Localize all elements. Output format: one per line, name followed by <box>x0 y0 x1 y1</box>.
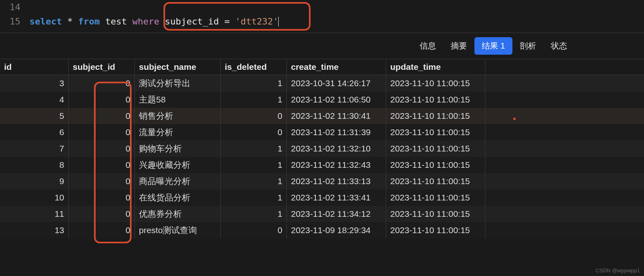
column-header-create_time[interactable]: create_time <box>287 59 386 75</box>
cell-create_time[interactable]: 2023-11-02 11:32:43 <box>287 157 386 173</box>
cell-is_deleted[interactable]: 1 <box>221 91 287 108</box>
cell-create_time[interactable]: 2023-11-02 11:33:13 <box>287 173 386 189</box>
cell-update_time[interactable]: 2023-11-10 11:00:15 <box>386 75 485 91</box>
sql-token: select <box>29 16 62 27</box>
cell-update_time[interactable]: 2023-11-10 11:00:15 <box>386 91 485 108</box>
sql-token: from <box>78 16 100 27</box>
cell-subject_id[interactable]: 0 <box>69 75 135 91</box>
table-row[interactable]: 90商品曝光分析12023-11-02 11:33:132023-11-10 1… <box>0 173 644 189</box>
cell-id[interactable]: 13 <box>0 222 69 238</box>
cell-update_time[interactable]: 2023-11-10 11:00:15 <box>386 173 485 189</box>
tab-1[interactable]: 摘要 <box>443 37 474 55</box>
cell-subject_id[interactable]: 0 <box>69 157 135 173</box>
cell-subject_id[interactable]: 0 <box>69 124 135 140</box>
cell-create_time[interactable]: 2023-11-02 11:33:41 <box>287 189 386 206</box>
table-row[interactable]: 60流量分析02023-11-02 11:31:392023-11-10 11:… <box>0 124 644 140</box>
cell-is_deleted[interactable]: 0 <box>221 108 287 124</box>
cell-subject_id[interactable]: 0 <box>69 222 135 238</box>
tab-4[interactable]: 状态 <box>543 37 575 55</box>
sql-token <box>100 16 105 27</box>
column-header-subject_id[interactable]: subject_id <box>69 59 135 75</box>
cell-id[interactable]: 6 <box>0 124 69 140</box>
cell-create_time[interactable]: 2023-11-02 11:30:41 <box>287 108 386 124</box>
tab-3[interactable]: 剖析 <box>512 37 543 55</box>
cell-is_deleted[interactable]: 1 <box>221 75 287 91</box>
sql-token: = <box>224 16 230 27</box>
column-header-subject_name[interactable]: subject_name <box>135 59 221 75</box>
cell-id[interactable]: 3 <box>0 75 69 91</box>
sql-token <box>230 16 235 27</box>
line-number: 15 <box>0 16 29 27</box>
cell-update_time[interactable]: 2023-11-10 11:00:15 <box>386 140 485 157</box>
column-header-is_deleted[interactable]: is_deleted <box>221 59 287 75</box>
cell-id[interactable]: 8 <box>0 157 69 173</box>
cell-update_time[interactable]: 2023-11-10 11:00:15 <box>386 108 485 124</box>
table-row[interactable]: 40主题5812023-11-02 11:06:502023-11-10 11:… <box>0 91 644 108</box>
cell-update_time[interactable]: 2023-11-10 11:00:15 <box>386 189 485 206</box>
sql-token: * <box>67 16 73 27</box>
sql-token: 'dtt232' <box>235 16 278 27</box>
tab-2[interactable]: 结果 1 <box>474 37 512 55</box>
cell-update_time[interactable]: 2023-11-10 11:00:15 <box>386 124 485 140</box>
table-row[interactable]: 80兴趣收藏分析12023-11-02 11:32:432023-11-10 1… <box>0 157 644 173</box>
table-row[interactable]: 130presto测试查询02023-11-09 18:29:342023-11… <box>0 222 644 238</box>
cell-create_time[interactable]: 2023-11-02 11:31:39 <box>287 124 386 140</box>
cell-create_time[interactable]: 2023-11-02 11:34:12 <box>287 206 386 222</box>
sql-token <box>62 16 67 27</box>
cell-create_time[interactable]: 2023-11-02 11:06:50 <box>287 91 386 108</box>
cell-subject_name[interactable]: 在线货品分析 <box>135 189 221 206</box>
cell-id[interactable]: 5 <box>0 108 69 124</box>
cell-create_time[interactable]: 2023-11-02 11:32:10 <box>287 140 386 157</box>
cell-subject_id[interactable]: 0 <box>69 140 135 157</box>
header-row: idsubject_idsubject_nameis_deletedcreate… <box>0 59 644 75</box>
cell-is_deleted[interactable]: 1 <box>221 157 287 173</box>
editor-line: 15 select * from test where subject_id =… <box>0 14 644 29</box>
table-row[interactable]: 100在线货品分析12023-11-02 11:33:412023-11-10 … <box>0 189 644 206</box>
cell-id[interactable]: 4 <box>0 91 69 108</box>
cell-subject_name[interactable]: 商品曝光分析 <box>135 173 221 189</box>
column-header-update_time[interactable]: update_time <box>386 59 485 75</box>
cell-id[interactable]: 9 <box>0 173 69 189</box>
table-row[interactable]: 70购物车分析12023-11-02 11:32:102023-11-10 11… <box>0 140 644 157</box>
cell-subject_id[interactable]: 0 <box>69 206 135 222</box>
cell-create_time[interactable]: 2023-11-09 18:29:34 <box>287 222 386 238</box>
cell-subject_name[interactable]: 优惠券分析 <box>135 206 221 222</box>
cell-subject_id[interactable]: 0 <box>69 108 135 124</box>
cell-update_time[interactable]: 2023-11-10 11:00:15 <box>386 157 485 173</box>
cell-subject_id[interactable]: 0 <box>69 173 135 189</box>
table-row[interactable]: 30测试分析导出12023-10-31 14:26:172023-11-10 1… <box>0 75 644 91</box>
cell-update_time[interactable]: 2023-11-10 11:00:15 <box>386 206 485 222</box>
column-header-id[interactable]: id <box>0 59 69 75</box>
table-row[interactable]: 50销售分析02023-11-02 11:30:412023-11-10 11:… <box>0 108 644 124</box>
cell-create_time[interactable]: 2023-10-31 14:26:17 <box>287 75 386 91</box>
editor-line: 14 <box>0 0 644 14</box>
result-grid[interactable]: idsubject_idsubject_nameis_deletedcreate… <box>0 59 644 238</box>
cell-is_deleted[interactable]: 1 <box>221 140 287 157</box>
cell-subject_id[interactable]: 0 <box>69 189 135 206</box>
cell-is_deleted[interactable]: 1 <box>221 173 287 189</box>
table-row[interactable]: 110优惠券分析12023-11-02 11:34:122023-11-10 1… <box>0 206 644 222</box>
cell-is_deleted[interactable]: 0 <box>221 124 287 140</box>
cell-subject_name[interactable]: 购物车分析 <box>135 140 221 157</box>
cell-subject_name[interactable]: 主题58 <box>135 91 221 108</box>
sql-token: test <box>105 16 132 27</box>
cell-id[interactable]: 11 <box>0 206 69 222</box>
watermark-text: CSDN @wppwpp1 <box>595 267 640 274</box>
cell-subject_name[interactable]: 兴趣收藏分析 <box>135 157 221 173</box>
tab-0[interactable]: 信息 <box>412 37 443 55</box>
text-cursor <box>278 17 279 27</box>
cell-subject_name[interactable]: 测试分析导出 <box>135 75 221 91</box>
cell-is_deleted[interactable]: 1 <box>221 206 287 222</box>
cell-subject_name[interactable]: 流量分析 <box>135 124 221 140</box>
cell-subject_id[interactable]: 0 <box>69 91 135 108</box>
cell-subject_name[interactable]: presto测试查询 <box>135 222 221 238</box>
cell-is_deleted[interactable]: 1 <box>221 189 287 206</box>
cell-id[interactable]: 7 <box>0 140 69 157</box>
cell-update_time[interactable]: 2023-11-10 11:00:15 <box>386 222 485 238</box>
cell-is_deleted[interactable]: 0 <box>221 222 287 238</box>
code-content[interactable]: select * from test where subject_id = 'd… <box>29 16 644 27</box>
sql-editor[interactable]: 14 15 select * from test where subject_i… <box>0 0 644 33</box>
annotation-dot <box>513 118 516 120</box>
cell-id[interactable]: 10 <box>0 189 69 206</box>
cell-subject_name[interactable]: 销售分析 <box>135 108 221 124</box>
